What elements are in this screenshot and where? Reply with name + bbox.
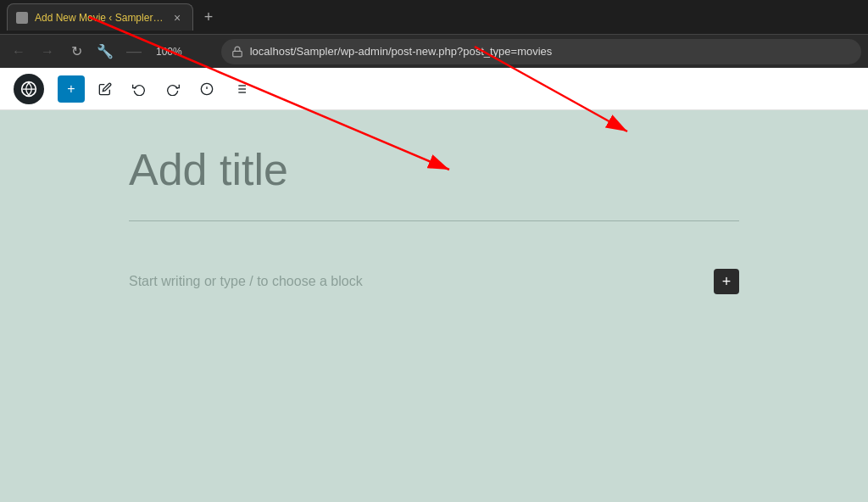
block-placeholder-text[interactable]: Start writing or type / to choose a bloc… xyxy=(129,274,363,289)
editor-area: + xyxy=(0,68,868,502)
security-icon xyxy=(231,46,243,58)
forward-button[interactable]: → xyxy=(36,40,59,64)
list-view-button[interactable] xyxy=(227,75,254,103)
new-tab-button[interactable]: + xyxy=(197,5,220,29)
address-input[interactable] xyxy=(250,45,851,58)
navigation-bar: ← → ↻ 🔧 — 100% xyxy=(0,34,868,68)
editor-inner: Add title Start writing or type / to cho… xyxy=(78,110,790,342)
undo-button[interactable] xyxy=(125,75,153,103)
tab-title: Add New Movie ‹ Sampler — xyxy=(35,12,164,24)
editor-toolbar: + xyxy=(0,68,868,110)
details-button[interactable] xyxy=(193,75,220,103)
zoom-minus-button[interactable]: — xyxy=(122,40,146,64)
tools-button[interactable]: 🔧 xyxy=(93,40,117,64)
new-tab-nav-button[interactable] xyxy=(192,40,216,64)
add-block-button[interactable]: + xyxy=(58,75,85,103)
refresh-button[interactable]: ↻ xyxy=(64,40,88,64)
edit-tools-button[interactable] xyxy=(92,75,119,103)
active-tab[interactable]: Add New Movie ‹ Sampler — × xyxy=(7,3,193,31)
tab-bar: Add New Movie ‹ Sampler — × + xyxy=(0,0,868,34)
wordpress-logo[interactable] xyxy=(14,74,44,104)
title-placeholder[interactable]: Add title xyxy=(129,144,739,195)
zoom-level: 100% xyxy=(151,46,187,58)
content-divider xyxy=(129,220,739,221)
address-bar-container[interactable] xyxy=(221,39,861,64)
block-placeholder-row: Start writing or type / to choose a bloc… xyxy=(129,255,739,308)
redo-button[interactable] xyxy=(159,75,186,103)
inline-add-block-button[interactable]: + xyxy=(714,269,739,294)
tab-favicon xyxy=(16,12,28,24)
editor-content[interactable]: Add title Start writing or type / to cho… xyxy=(0,110,868,502)
tab-close-button[interactable]: × xyxy=(170,11,184,25)
back-button[interactable]: ← xyxy=(7,40,31,64)
svg-rect-0 xyxy=(232,51,242,56)
